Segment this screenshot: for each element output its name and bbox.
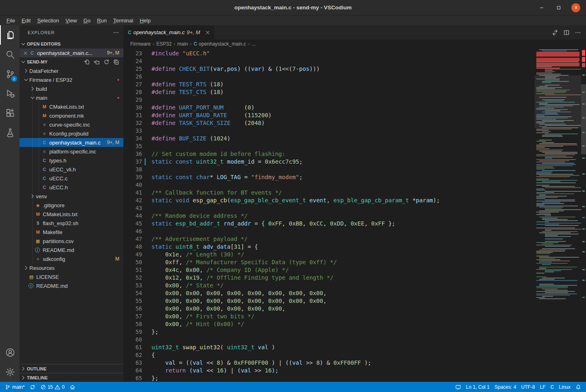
- line-number[interactable]: 53: [123, 282, 142, 289]
- status-cursor-position[interactable]: Ln 1, Col 1: [463, 382, 492, 392]
- line-number[interactable]: 24: [123, 57, 142, 65]
- line-number[interactable]: 32: [123, 119, 142, 127]
- activitybar-source-control[interactable]: 2: [0, 64, 20, 84]
- code-line-63[interactable]: 63 val = ((val << 8) & 0xFF00FF00 ) | ((…: [123, 359, 535, 367]
- line-number[interactable]: 33: [123, 127, 142, 135]
- timeline-section-header[interactable]: TIMELINE: [20, 373, 123, 382]
- line-number[interactable]: 61: [123, 344, 142, 351]
- breadcrumb-item[interactable]: Copenhaystack_main.c: [193, 41, 246, 47]
- code-line-28[interactable]: 28#define TEST_CTS (18): [123, 88, 535, 96]
- line-number[interactable]: 36: [123, 150, 142, 158]
- menu-view[interactable]: View: [62, 17, 80, 24]
- line-number[interactable]: 48: [123, 243, 142, 251]
- activitybar-testing[interactable]: [0, 123, 20, 142]
- line-number[interactable]: 50: [123, 258, 142, 266]
- line-number[interactable]: 65: [123, 374, 142, 382]
- tree-folder-build[interactable]: build: [20, 84, 123, 93]
- code-line-23[interactable]: 23#include "uECC.h": [123, 50, 535, 57]
- tree-folder-main[interactable]: main●: [20, 93, 123, 102]
- code-line-57[interactable]: 57 0x00, /* First two bits */: [123, 313, 535, 320]
- tree-file-readme-md[interactable]: iREADME.md: [20, 245, 123, 254]
- new-folder-icon[interactable]: [94, 59, 100, 65]
- code-line-29[interactable]: 29: [123, 96, 535, 104]
- status-ports[interactable]: [453, 382, 463, 392]
- tree-file-uecc-vli-h[interactable]: CuECC_vli.h: [20, 165, 123, 174]
- line-number[interactable]: 41: [123, 189, 142, 197]
- menu-run[interactable]: Run: [94, 17, 110, 24]
- line-number[interactable]: 42: [123, 197, 142, 204]
- code-line-58[interactable]: 58 0x00, /* Hint (0x00) */: [123, 320, 535, 328]
- line-number[interactable]: 37: [123, 158, 142, 166]
- close-icon[interactable]: [205, 30, 211, 35]
- code-line-54[interactable]: 54 0x00, 0x00, 0x00, 0x00, 0x00, 0x00, 0…: [123, 289, 535, 297]
- line-number[interactable]: 64: [123, 367, 142, 374]
- line-number[interactable]: 63: [123, 359, 142, 367]
- line-number[interactable]: 26: [123, 73, 142, 81]
- tree-file-curve-specific-inc[interactable]: ≡curve-specific.inc: [20, 120, 123, 129]
- tab-openhaystack-main[interactable]: C openhaystack_main.c 9+, M: [123, 25, 215, 39]
- minimize-button[interactable]: [537, 3, 546, 12]
- code-line-31[interactable]: 31#define UART_BAUD_RATE (115200): [123, 112, 535, 119]
- tree-file-types-h[interactable]: Ctypes.h: [20, 156, 123, 165]
- overview-ruler[interactable]: [581, 48, 586, 382]
- code-line-65[interactable]: 65};: [123, 374, 535, 382]
- code-line-47[interactable]: 47/** Advertisement payload */: [123, 235, 535, 243]
- line-number[interactable]: 29: [123, 96, 142, 104]
- code-line-38[interactable]: 38: [123, 166, 535, 173]
- tree-folder-firmware-esp32[interactable]: Firmware / ESP32●: [20, 75, 123, 84]
- line-number[interactable]: 54: [123, 289, 142, 297]
- line-number[interactable]: 52: [123, 274, 142, 282]
- status-language-mode[interactable]: C: [548, 382, 557, 392]
- line-number[interactable]: 35: [123, 142, 142, 150]
- line-number[interactable]: 39: [123, 173, 142, 181]
- line-number[interactable]: 49: [123, 251, 142, 258]
- line-number[interactable]: 31: [123, 112, 142, 119]
- refresh-icon[interactable]: [103, 59, 110, 65]
- code-line-45[interactable]: 45static esp_bd_addr_t rnd_addr = { 0xFF…: [123, 220, 535, 228]
- code-line-44[interactable]: 44/** Random device address */: [123, 212, 535, 220]
- tree-file-partitions-csv[interactable]: ▦partitions.csv: [20, 237, 123, 245]
- tree-file-makefile[interactable]: MMakefile: [20, 228, 123, 237]
- open-editor-item[interactable]: Copenhaystack_main.c...9+, M: [20, 48, 123, 57]
- tree-file-platform-specific-inc[interactable]: ≡platform-specific.inc: [20, 147, 123, 156]
- code-line-50[interactable]: 50 0xff, /* Manufacturer Specific Data (…: [123, 258, 535, 266]
- code-line-55[interactable]: 55 0x00, 0x00, 0x00, 0x00, 0x00, 0x00, 0…: [123, 297, 535, 305]
- code-line-40[interactable]: 40: [123, 181, 535, 189]
- menu-selection[interactable]: Selection: [34, 17, 62, 24]
- activitybar-search[interactable]: [0, 45, 20, 64]
- line-number[interactable]: 60: [123, 336, 142, 344]
- line-number[interactable]: 56: [123, 305, 142, 313]
- line-number[interactable]: 40: [123, 181, 142, 189]
- tab-close-icon[interactable]: [205, 30, 211, 35]
- code-line-41[interactable]: 41/** Callback function for BT events */: [123, 189, 535, 197]
- line-number[interactable]: 44: [123, 212, 142, 220]
- line-number[interactable]: 43: [123, 204, 142, 212]
- menu-file[interactable]: File: [3, 17, 18, 24]
- code-line-34[interactable]: 34#define BUF_SIZE (1024): [123, 135, 535, 142]
- breadcrumb-item[interactable]: Firmware: [130, 41, 151, 47]
- line-number[interactable]: 51: [123, 266, 142, 274]
- line-number[interactable]: 34: [123, 135, 142, 142]
- code-line-51[interactable]: 51 0x4c, 0x00, /* Company ID (Apple) */: [123, 266, 535, 274]
- code-line-56[interactable]: 56 0x00, 0x00, 0x00, 0x00, 0x00, 0x00,: [123, 305, 535, 313]
- code-line-52[interactable]: 52 0x12, 0x19, /* Offline Finding type a…: [123, 274, 535, 282]
- tree-file-cmakelists-txt[interactable]: MCMakeLists.txt: [20, 102, 123, 111]
- code-line-42[interactable]: 42static void esp_gap_cb(esp_gap_ble_cb_…: [123, 197, 535, 204]
- code-line-53[interactable]: 53 0x00, /* State */: [123, 282, 535, 289]
- code-line-39[interactable]: 39static const char* LOG_TAG = "findmy_m…: [123, 173, 535, 181]
- line-number[interactable]: 55: [123, 297, 142, 305]
- status-encoding[interactable]: UTF-8: [519, 382, 538, 392]
- activitybar-run-and-debug[interactable]: [0, 84, 20, 103]
- more-actions-icon[interactable]: [113, 29, 119, 36]
- code-line-61[interactable]: 61uint32_t swap_uint32( uint32_t val ): [123, 344, 535, 351]
- status-eol[interactable]: LF: [538, 382, 548, 392]
- menu-help[interactable]: Help: [136, 17, 154, 24]
- line-number[interactable]: 23: [123, 50, 142, 57]
- activitybar-settings[interactable]: [0, 362, 20, 382]
- code-line-36[interactable]: 36// Set custom modem id before flashing…: [123, 150, 535, 158]
- tree-file-readme-md[interactable]: iREADME.md: [20, 281, 123, 290]
- line-number[interactable]: 62: [123, 351, 142, 359]
- tree-file-license[interactable]: ▤LICENSE: [20, 272, 123, 281]
- line-number[interactable]: 47: [123, 235, 142, 243]
- tree-file-uecc-h[interactable]: CuECC.h: [20, 183, 123, 192]
